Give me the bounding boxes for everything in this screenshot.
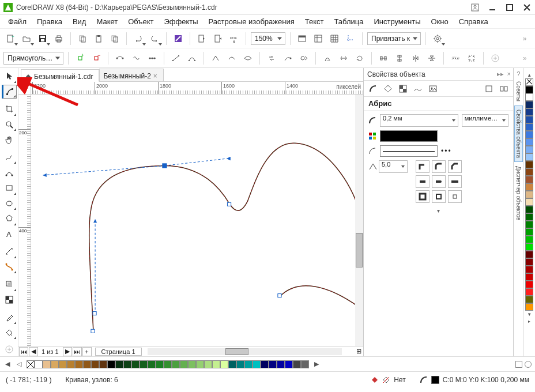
doc-swatch[interactable]: [253, 360, 261, 368]
curve-tab-icon[interactable]: [412, 83, 424, 95]
doc-swatch[interactable]: [220, 360, 228, 368]
quick-customize-icon[interactable]: [2, 342, 17, 356]
doc-swatch[interactable]: [244, 360, 253, 368]
page-add-button[interactable]: +: [82, 347, 92, 356]
page-tab-1[interactable]: Страница 1: [95, 348, 142, 356]
palette-up-icon[interactable]: ▲: [525, 71, 533, 78]
extend-curve-button[interactable]: [281, 51, 295, 65]
doc-swatch[interactable]: [140, 360, 148, 368]
doc-swatch[interactable]: [285, 360, 293, 368]
cap-round-button[interactable]: [432, 175, 446, 188]
doc-swatch[interactable]: [261, 360, 269, 368]
swatch-color[interactable]: [525, 198, 533, 206]
swatch-color[interactable]: [525, 303, 533, 311]
doc-swatch[interactable]: [43, 360, 51, 368]
menu-file[interactable]: Файл: [3, 16, 31, 27]
swatch-color[interactable]: [525, 93, 533, 101]
docker-expand-toggle[interactable]: [364, 206, 513, 214]
swatch-color[interactable]: [525, 191, 533, 198]
doc-swatch[interactable]: [180, 360, 188, 368]
freehand-tool[interactable]: [2, 150, 17, 165]
cap-flat-button[interactable]: [416, 175, 429, 188]
publish-pdf-button[interactable]: PDF: [227, 32, 241, 46]
tab-object-properties[interactable]: Свойства объекта: [514, 105, 523, 162]
corner-bevel-button[interactable]: [448, 160, 462, 173]
save-button[interactable]: [36, 32, 50, 46]
doc-swatch-none[interactable]: [27, 360, 35, 368]
transparency-tab-icon[interactable]: [397, 83, 409, 95]
bezier-tool[interactable]: [2, 165, 17, 180]
page-next-button[interactable]: ▶: [63, 347, 72, 356]
minimize-button[interactable]: [488, 3, 497, 12]
copy-button[interactable]: [76, 32, 89, 46]
join-nodes-button[interactable]: [113, 51, 127, 65]
outline-style-more-icon[interactable]: •••: [441, 147, 452, 155]
swatch-color[interactable]: [525, 153, 533, 161]
fill-tool[interactable]: [2, 326, 17, 340]
doc-swatch[interactable]: [293, 360, 301, 368]
swatch-color[interactable]: [525, 138, 533, 146]
drop-shadow-tool[interactable]: [2, 277, 17, 292]
doc-swatch[interactable]: [164, 360, 172, 368]
doc-swatch[interactable]: [35, 360, 43, 368]
palette-flyout-icon[interactable]: ▸: [525, 318, 533, 325]
corner-round-button[interactable]: [432, 160, 446, 173]
drawing-canvas[interactable]: [31, 95, 363, 346]
extract-subpath-button[interactable]: [297, 51, 311, 65]
swatch-color[interactable]: [525, 281, 533, 288]
connector-tool[interactable]: [2, 260, 17, 274]
swatch-color[interactable]: [525, 288, 533, 296]
doc-swatch[interactable]: [91, 360, 99, 368]
select-all-nodes-button[interactable]: [465, 51, 479, 65]
doc-swatch[interactable]: [228, 360, 236, 368]
ellipse-tool[interactable]: [2, 197, 17, 211]
zoom-tool[interactable]: [2, 118, 17, 132]
break-nodes-button[interactable]: [129, 51, 143, 65]
selection-mode-combo[interactable]: Прямоуголь…: [3, 52, 63, 65]
page-prev-button[interactable]: ◀: [29, 347, 38, 356]
zoom-combo[interactable]: 150%: [251, 32, 285, 45]
doc-swatch[interactable]: [51, 360, 59, 368]
menu-object[interactable]: Объект: [123, 16, 158, 27]
show-guidelines-button[interactable]: [344, 32, 357, 46]
corner-miter-button[interactable]: [416, 160, 429, 173]
doc-swatch[interactable]: [83, 360, 91, 368]
bitmap-tab-icon[interactable]: [427, 83, 439, 95]
pos-center-button[interactable]: [432, 190, 446, 203]
crop-tool[interactable]: [2, 102, 17, 116]
fullscreen-preview-button[interactable]: [295, 32, 309, 46]
rotate-nodes-button[interactable]: [353, 51, 367, 65]
swatch-color[interactable]: [525, 296, 533, 303]
horizontal-scrollbar[interactable]: [148, 348, 342, 355]
pick-tool[interactable]: [2, 69, 17, 84]
page-last-button[interactable]: ⏭: [73, 347, 82, 356]
transparency-tool[interactable]: [2, 293, 17, 307]
doc-swatch[interactable]: [301, 360, 309, 368]
close-curve-button[interactable]: [321, 51, 334, 65]
outline-color-well[interactable]: [380, 130, 438, 142]
tab-doc2[interactable]: Безымянный-2 ×: [99, 69, 163, 81]
user-icon[interactable]: [470, 3, 480, 12]
text-tool[interactable]: A: [2, 227, 17, 242]
show-rulers-button[interactable]: [311, 32, 325, 46]
cap-square-button[interactable]: [448, 175, 462, 188]
swatch-color[interactable]: [525, 258, 533, 266]
dimension-tool[interactable]: [2, 244, 17, 259]
swatch-color[interactable]: [525, 213, 533, 221]
menu-effects[interactable]: Эффекты: [160, 16, 203, 27]
doc-swatch[interactable]: [99, 360, 107, 368]
doc-swatch[interactable]: [156, 360, 164, 368]
menu-help[interactable]: Справка: [454, 16, 493, 27]
swatch-color[interactable]: [525, 168, 533, 176]
swatch-color[interactable]: [525, 131, 533, 138]
tab-doc1[interactable]: Безымянный-1.cdr: [21, 69, 99, 82]
swatch-color[interactable]: [525, 266, 533, 273]
swatch-color[interactable]: [525, 251, 533, 258]
swatch-color[interactable]: [525, 273, 533, 281]
redo-button[interactable]: [148, 32, 161, 46]
swatch-color[interactable]: [525, 183, 533, 191]
eyedropper-tool[interactable]: [2, 310, 17, 325]
swatch-color[interactable]: [525, 101, 533, 108]
tab-hints[interactable]: Советы: [515, 78, 522, 105]
doc-swatch[interactable]: [115, 360, 123, 368]
